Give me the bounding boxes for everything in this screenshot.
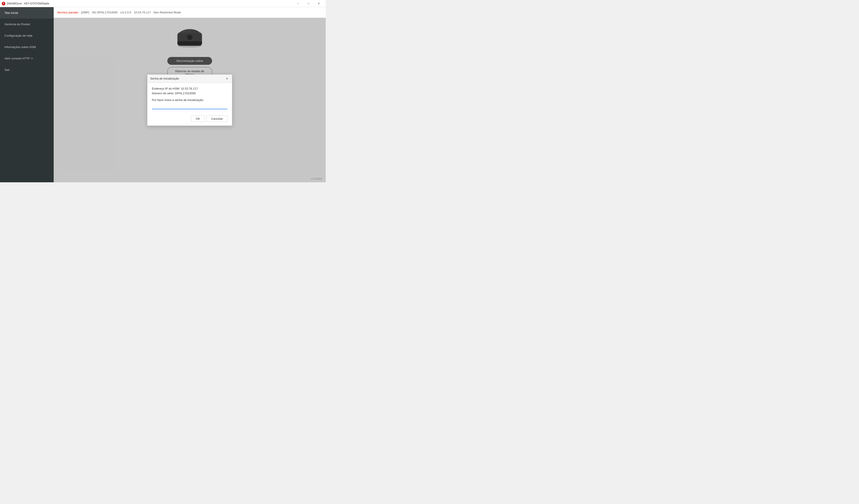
title-bar: D DINAMOcon - KEY-STATION\Nadia ─ □ ✕ (0, 0, 326, 7)
modal-actions: OK Cancelar (147, 113, 232, 126)
maximize-button[interactable]: □ (303, 0, 314, 7)
top-bar: Serviço parado (DMP) NS DPHL17010000 v.5… (54, 7, 326, 18)
modal-close-button[interactable]: ✕ (225, 76, 229, 81)
app-icon: D (2, 2, 5, 5)
sidebar-item-info-hsm[interactable]: Informações sobre HSM (0, 41, 54, 53)
service-status: Serviço parado (57, 11, 78, 14)
sidebar-item-sair[interactable]: Sair (0, 64, 54, 76)
serial-display: NS DPHL17010000 (92, 11, 118, 14)
sidebar-item-abrir-console[interactable]: Abrir console HTTP ⧉ (0, 53, 54, 64)
sidebar-item-tela-inicial[interactable]: Tela Inicial (0, 7, 54, 18)
external-link-icon: ⧉ (31, 57, 33, 60)
ip-display: 10.53.76.117 (134, 11, 151, 14)
close-button[interactable]: ✕ (314, 0, 324, 7)
cancel-button[interactable]: Cancelar (207, 115, 227, 122)
password-input[interactable] (152, 104, 227, 109)
minimize-button[interactable]: ─ (293, 0, 303, 7)
modal-ip-line: Endereço IP do HSM: 10.53.76.117 (152, 86, 227, 91)
title-bar-text: DINAMOcon - KEY-STATION\Nadia (7, 2, 293, 5)
ok-button[interactable]: OK (191, 115, 205, 122)
mode-display: Non Restricted Mode (154, 11, 181, 14)
sidebar-item-config-rede[interactable]: Configuração de rede (0, 30, 54, 41)
main-content: Serviço parado (DMP) NS DPHL17010000 v.5… (54, 7, 326, 182)
sidebar-item-gerencia-pocket[interactable]: Gerência do Pocket (0, 18, 54, 30)
modal-info: Endereço IP do HSM: 10.53.76.117 Número … (152, 86, 227, 96)
modal-dialog: Senha de inicialização ✕ Endereço IP do … (147, 74, 232, 126)
sidebar: Tela Inicial Gerência do Pocket Configur… (0, 7, 54, 182)
title-bar-controls: ─ □ ✕ (293, 0, 324, 7)
modal-title: Senha de inicialização (150, 77, 179, 80)
device-type: (DMP) (81, 11, 89, 14)
version-info: v.5.2.0.0 (120, 11, 131, 14)
modal-titlebar: Senha de inicialização ✕ (147, 75, 232, 83)
modal-body: Endereço IP do HSM: 10.53.76.117 Número … (147, 83, 232, 113)
modal-serial-line: Número de série: DPHL17010000 (152, 91, 227, 96)
content-area: Sincronização online Retornar ao estado … (54, 18, 326, 182)
modal-input-label: Por favor insira a senha de inicializaçã… (152, 98, 227, 101)
app-container: Tela Inicial Gerência do Pocket Configur… (0, 7, 326, 182)
modal-overlay: Senha de inicialização ✕ Endereço IP do … (54, 18, 326, 182)
